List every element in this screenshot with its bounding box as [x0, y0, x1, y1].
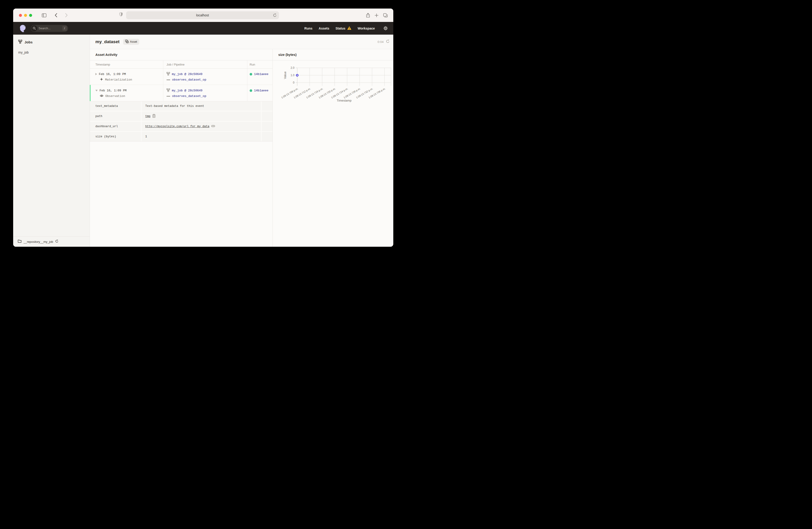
svg-text:Value: Value	[284, 72, 287, 79]
app-top-nav: / Runs Assets Status Workspace	[13, 22, 393, 35]
copy-clipboard-icon[interactable]	[153, 114, 156, 119]
event-timestamp: Feb 16, 1:09 PM	[100, 89, 127, 92]
op-icon	[166, 94, 170, 98]
asset-activity-panel: Asset Activity Timestamp Job / Pipeline …	[90, 49, 273, 247]
metadata-chart: 01.02.01:09:13.708 p.m.1:09:13.712 p.m.1…	[273, 60, 393, 107]
op-link[interactable]: observes_dataset_op	[172, 94, 206, 98]
run-id-link[interactable]: 14b1aeee	[254, 72, 269, 76]
nav-link-status[interactable]: Status	[336, 26, 351, 31]
materialization-sparkle-icon	[100, 77, 103, 82]
metadata-key: text_metadata	[90, 101, 141, 111]
collapse-caret-icon[interactable]	[96, 90, 98, 91]
metadata-value: 1	[142, 132, 261, 141]
refresh-icon[interactable]	[386, 40, 390, 44]
metadata-plots-panel: size (bytes) 01.02.01:09:13.708 p.m.1:09…	[273, 49, 393, 247]
repository-reload-icon[interactable]	[55, 239, 58, 244]
job-link[interactable]: my_job @ 28c50649	[172, 89, 203, 92]
asset-icon	[125, 40, 129, 44]
event-type: Observation	[105, 94, 125, 98]
observation-eye-icon	[100, 94, 103, 98]
new-tab-icon[interactable]	[375, 13, 378, 17]
dashboard-url-link[interactable]: http://mycoolsite.com/url_for_my_data	[145, 125, 209, 128]
external-link-icon[interactable]	[211, 124, 215, 128]
browser-window: localhost	[13, 9, 393, 247]
jobs-workflow-icon	[18, 40, 22, 45]
privacy-shield-icon[interactable]	[119, 12, 122, 16]
forward-button-icon[interactable]	[65, 13, 68, 17]
sidebar-toggle-icon[interactable]	[42, 13, 46, 17]
svg-text:0: 0	[293, 81, 294, 84]
chart-title: size (bytes)	[278, 53, 296, 57]
address-bar[interactable]: localhost	[126, 11, 279, 19]
job-icon	[166, 72, 170, 76]
svg-text:1.0: 1.0	[291, 74, 294, 77]
event-row-observation: Feb 16, 1:09 PM Observation	[90, 85, 273, 101]
metadata-row-path: path tmp	[90, 112, 273, 121]
op-link[interactable]: observes_dataset_op	[172, 78, 206, 82]
asset-page-header: my_dataset Asset 0:04	[90, 35, 393, 49]
settings-gear-icon[interactable]	[383, 26, 388, 30]
zoom-window-button[interactable]	[29, 14, 32, 17]
metadata-value: Text-based metadata for this event	[142, 101, 261, 111]
warning-triangle-icon	[347, 26, 351, 31]
job-icon	[166, 88, 170, 93]
share-icon[interactable]	[366, 13, 370, 17]
event-row-materialization: Feb 16, 1:09 PM Materialization	[90, 69, 273, 85]
nav-link-workspace[interactable]: Workspace	[358, 27, 375, 30]
left-sidebar: Jobs my_job __repository__my_job	[13, 35, 90, 247]
run-status-dot	[250, 89, 252, 92]
metadata-extra-cell	[262, 122, 273, 131]
sidebar-item-my-job[interactable]: my_job	[13, 45, 90, 54]
folder-icon	[18, 239, 21, 244]
metadata-extra-cell	[262, 132, 273, 141]
nav-link-runs[interactable]: Runs	[304, 27, 313, 30]
page-reload-icon[interactable]	[273, 13, 277, 17]
op-icon	[166, 77, 170, 82]
sidebar-section-title: Jobs	[25, 40, 32, 44]
poll-timer: 0:04	[378, 40, 383, 44]
metadata-key: dashboard_url	[90, 122, 141, 131]
address-bar-url[interactable]: localhost	[196, 13, 209, 17]
run-id-link[interactable]: 14b1aeee	[254, 89, 269, 92]
event-metadata-table: text_metadata Text-based metadata for th…	[90, 101, 273, 142]
event-type: Materialization	[105, 78, 132, 82]
event-timestamp: Feb 16, 1:09 PM	[99, 72, 126, 76]
repository-footer: __repository__my_job	[13, 236, 90, 247]
minimize-window-button[interactable]	[24, 14, 27, 17]
search-icon	[31, 25, 37, 31]
search-input[interactable]	[37, 27, 62, 30]
close-window-button[interactable]	[19, 14, 22, 17]
path-link[interactable]: tmp	[145, 115, 150, 118]
repository-name: __repository__my_job	[24, 240, 53, 244]
browser-chrome: localhost	[13, 9, 393, 22]
metadata-row-size-bytes: size (bytes) 1	[90, 132, 273, 141]
column-header-timestamp: Timestamp	[90, 60, 163, 68]
back-button-icon[interactable]	[55, 13, 57, 17]
asset-activity-title: Asset Activity	[96, 53, 117, 57]
metadata-row-text-metadata: text_metadata Text-based metadata for th…	[90, 101, 273, 111]
global-search[interactable]: /	[31, 25, 68, 32]
metadata-extra-cell	[262, 112, 273, 121]
job-link[interactable]: my_job @ 28c50649	[172, 72, 203, 76]
svg-text:2.0: 2.0	[291, 66, 294, 70]
column-header-job-pipeline: Job / Pipeline	[163, 60, 247, 68]
traffic-lights	[19, 14, 32, 17]
search-shortcut-key: /	[62, 26, 67, 31]
metadata-row-dashboard-url: dashboard_url http://mycoolsite.com/url_…	[90, 122, 273, 131]
activity-table-header: Timestamp Job / Pipeline Run	[90, 60, 273, 69]
metadata-extra-cell	[262, 101, 273, 111]
asset-tag-label: Asset	[130, 40, 137, 43]
metadata-key: path	[90, 112, 141, 121]
column-header-run: Run	[247, 60, 273, 68]
svg-text:Timestamp: Timestamp	[337, 99, 351, 102]
asset-tag[interactable]: Asset	[123, 39, 139, 45]
run-status-dot	[250, 73, 252, 75]
expand-caret-icon[interactable]	[96, 73, 97, 75]
nav-link-assets[interactable]: Assets	[319, 27, 329, 30]
tab-overview-icon[interactable]	[383, 13, 388, 17]
metadata-key: size (bytes)	[90, 132, 141, 141]
page-title: my_dataset	[96, 39, 120, 44]
dagster-logo-icon[interactable]	[19, 24, 27, 32]
